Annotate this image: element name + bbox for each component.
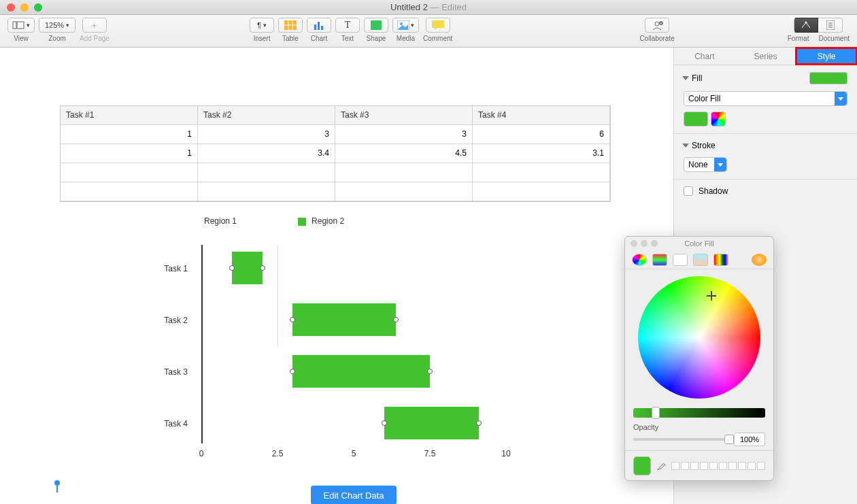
table-label: Table	[282, 35, 299, 42]
table-cell[interactable]: 1	[61, 125, 198, 144]
comment-button[interactable]	[426, 18, 450, 33]
bar-handle[interactable]	[229, 265, 235, 271]
color-crosshair-icon[interactable]	[707, 291, 716, 301]
table-cell[interactable]	[335, 182, 473, 201]
tab-series[interactable]: Series	[735, 48, 796, 65]
chart-button[interactable]	[307, 18, 331, 33]
brightness-slider[interactable]	[633, 408, 765, 418]
opacity-value[interactable]: 100%	[734, 433, 765, 446]
table-header[interactable]: Task #2	[198, 106, 335, 125]
table-header[interactable]: Task #1	[61, 106, 198, 125]
slider-thumb[interactable]	[724, 435, 734, 444]
picker-title: Color Fill	[684, 239, 713, 248]
table-cell[interactable]: 3	[198, 125, 335, 144]
comment-label: Comment	[423, 35, 452, 42]
table-cell[interactable]	[198, 182, 335, 201]
table-cell[interactable]	[335, 163, 473, 182]
tab-style[interactable]: Style	[796, 48, 857, 65]
table-cell[interactable]	[61, 163, 198, 182]
edit-chart-data-button[interactable]: Edit Chart Data	[311, 486, 397, 504]
legend-swatch-icon	[298, 218, 306, 226]
shape-button[interactable]	[364, 18, 388, 33]
picker-mode-pencils[interactable]	[713, 254, 728, 266]
x-label: 5	[352, 449, 356, 458]
fill-preview	[809, 72, 847, 84]
x-label: 7.5	[424, 449, 436, 458]
table-cell[interactable]: 3	[335, 125, 473, 144]
bar-handle[interactable]	[382, 420, 387, 426]
insert-button[interactable]: ¶ ▾	[250, 18, 274, 33]
x-label: 2.5	[272, 449, 284, 458]
zoom-button[interactable]: 125%▾	[39, 18, 75, 33]
stroke-label: Stroke	[692, 141, 716, 150]
bar-handle[interactable]	[427, 369, 433, 374]
color-picker-button[interactable]	[711, 112, 726, 127]
add-page-button[interactable]: ＋	[82, 18, 107, 33]
shadow-checkbox[interactable]	[684, 186, 693, 196]
color-picker-popover[interactable]: Color Fill Opacity 100%	[624, 236, 774, 481]
table-cell[interactable]	[473, 163, 610, 182]
table-cell[interactable]: 1	[61, 144, 198, 163]
eyedropper-icon[interactable]	[656, 460, 666, 471]
svg-point-11	[400, 22, 403, 25]
add-page-label: Add Page	[80, 35, 110, 42]
format-button[interactable]	[794, 18, 818, 33]
table-cell[interactable]	[473, 182, 610, 201]
disclosure-icon[interactable]	[682, 144, 689, 148]
document-button[interactable]	[818, 18, 843, 33]
opacity-slider[interactable]	[633, 438, 730, 441]
window-titlebar: Untitled 2 — Edited	[0, 0, 857, 15]
svg-rect-0	[13, 22, 16, 29]
picker-mode-palette[interactable]	[673, 254, 688, 266]
y-label: Task 3	[147, 367, 188, 377]
bar-handle[interactable]	[260, 265, 265, 271]
svg-rect-12	[432, 20, 444, 28]
data-table[interactable]: Task #1 Task #2 Task #3 Task #4 1 3 3 6 …	[60, 105, 611, 202]
chart-bar[interactable]	[292, 303, 396, 336]
bar-handle[interactable]	[393, 317, 399, 322]
picker-mode-wheel[interactable]	[632, 254, 647, 266]
table-cell[interactable]: 3.1	[473, 144, 610, 163]
gantt-chart[interactable]: Task 1 Task 2 Task 3 Task 4 0 2.5 5 7.5 …	[148, 245, 529, 471]
disclosure-icon[interactable]	[682, 76, 689, 80]
table-cell[interactable]: 3.4	[198, 144, 335, 163]
picker-mode-sliders[interactable]	[652, 254, 667, 266]
svg-text:+: +	[660, 21, 662, 25]
table-button[interactable]	[278, 18, 303, 33]
chevron-down-icon	[835, 92, 847, 105]
chart-bar[interactable]	[292, 355, 430, 388]
window-title: Untitled 2 — Edited	[0, 2, 857, 12]
table-cell[interactable]: 6	[473, 125, 610, 144]
current-color-swatch[interactable]	[633, 456, 651, 475]
color-wheel[interactable]	[638, 276, 760, 399]
table-header[interactable]: Task #4	[473, 106, 610, 125]
media-button[interactable]: ▾	[392, 18, 419, 33]
x-label: 10	[501, 449, 510, 458]
bar-handle[interactable]	[290, 369, 295, 374]
color-well[interactable]	[684, 112, 708, 127]
slider-thumb[interactable]	[652, 407, 660, 419]
table-cell[interactable]: 4.5	[335, 144, 473, 163]
table-cell[interactable]	[198, 163, 335, 182]
document-canvas[interactable]: Task #1 Task #2 Task #3 Task #4 1 3 3 6 …	[0, 48, 673, 504]
y-label: Task 1	[147, 264, 188, 273]
bar-handle[interactable]	[290, 317, 295, 322]
stroke-select[interactable]: None	[684, 157, 727, 172]
picker-favorite-icon[interactable]	[752, 254, 767, 266]
swatch-wells[interactable]	[671, 462, 765, 470]
shape-label: Shape	[366, 35, 386, 42]
fill-type-select[interactable]: Color Fill	[684, 91, 847, 106]
tab-chart[interactable]: Chart	[674, 48, 735, 65]
picker-mode-image[interactable]	[693, 254, 708, 266]
svg-point-13	[655, 22, 659, 26]
text-button[interactable]: T	[335, 18, 360, 33]
table-cell[interactable]	[61, 182, 198, 201]
view-button[interactable]: ▾	[7, 18, 35, 33]
collaborate-button[interactable]: +	[645, 18, 669, 33]
table-header[interactable]: Task #3	[335, 106, 473, 125]
chart-bar[interactable]	[232, 252, 263, 284]
chart-bar[interactable]	[384, 407, 479, 439]
bar-handle[interactable]	[476, 420, 482, 426]
insert-label: Insert	[253, 35, 270, 42]
legend-region2: Region 2	[312, 216, 344, 226]
